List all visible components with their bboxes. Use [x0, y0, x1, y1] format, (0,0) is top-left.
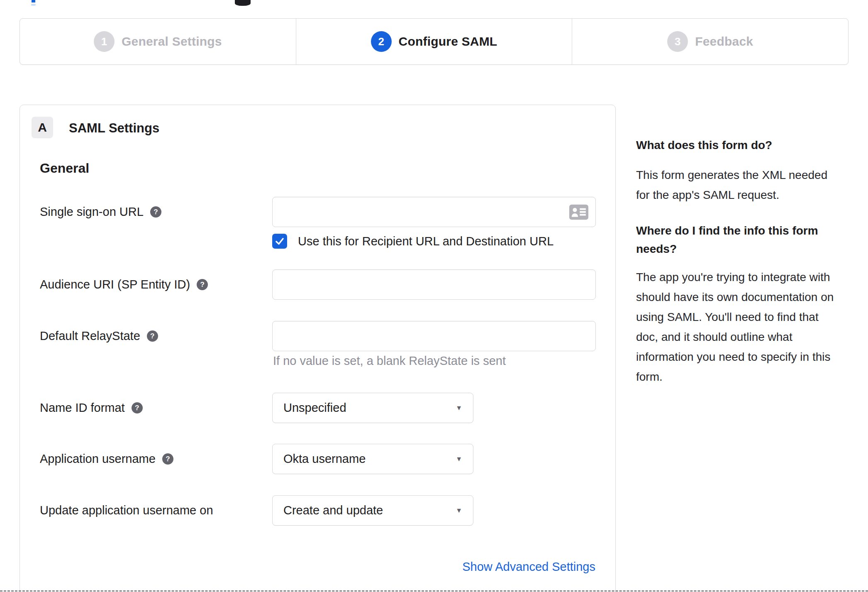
audience-uri-input-wrap [272, 269, 596, 300]
name-id-format-select[interactable]: Unspecified ▼ [272, 393, 473, 423]
sso-url-help-icon[interactable]: ? [150, 206, 161, 218]
step-1-label: General Settings [122, 34, 222, 49]
recipient-url-checkbox-label[interactable]: Use this for Recipient URL and Destinati… [298, 235, 553, 248]
saml-settings-panel: A SAML Settings General Single sign-on U… [20, 105, 616, 592]
update-username-label-row: Update application username on [40, 495, 213, 526]
application-username-select[interactable]: Okta username ▼ [272, 444, 473, 474]
update-username-label: Update application username on [40, 504, 213, 517]
step-general-settings[interactable]: 1 General Settings [20, 19, 296, 64]
recipient-url-checkbox-row: Use this for Recipient URL and Destinati… [272, 233, 553, 249]
wizard-stepper: 1 General Settings 2 Configure SAML 3 Fe… [20, 18, 848, 65]
help-question-1-title: What does this form do? [636, 137, 848, 154]
help-panel: What does this form do? This form genera… [636, 137, 848, 387]
help-question-2-title: Where do I find the info this form needs… [636, 222, 848, 258]
application-username-help-icon[interactable]: ? [162, 453, 173, 465]
checkmark-icon [275, 236, 285, 246]
application-username-value: Okta username [283, 452, 451, 466]
configure-saml-page: { "colors": { "accent_blue": "#1662dd", … [0, 0, 868, 592]
section-title: SAML Settings [69, 121, 159, 136]
sso-url-input[interactable] [272, 197, 596, 227]
sso-url-label: Single sign-on URL [40, 205, 144, 219]
sso-url-input-wrap [272, 197, 596, 227]
sso-url-label-row: Single sign-on URL ? [40, 197, 161, 227]
recipient-url-checkbox[interactable] [272, 234, 287, 249]
general-group-heading: General [40, 161, 89, 176]
step-2-label: Configure SAML [399, 34, 497, 49]
audience-uri-help-icon[interactable]: ? [197, 279, 208, 290]
update-username-select[interactable]: Create and update ▼ [272, 495, 473, 526]
name-id-format-value: Unspecified [283, 401, 451, 415]
step-3-number-badge: 3 [667, 31, 688, 52]
section-a-badge: A [32, 117, 53, 138]
name-id-format-label-row: Name ID format ? [40, 393, 143, 423]
relay-state-label-row: Default RelayState ? [40, 321, 158, 351]
help-question-1-body: This form generates the XML needed for t… [636, 165, 848, 205]
name-id-format-label: Name ID format [40, 401, 125, 415]
clipped-dashed-divider [0, 590, 868, 592]
show-advanced-settings-link[interactable]: Show Advanced Settings [346, 560, 595, 574]
update-username-value: Create and update [283, 504, 451, 517]
application-username-label: Application username [40, 452, 156, 466]
name-id-format-help-icon[interactable]: ? [132, 402, 143, 413]
clipped-blue-faint-artifact [31, 4, 36, 6]
step-1-number-badge: 1 [94, 31, 115, 52]
application-username-label-row: Application username ? [40, 444, 173, 474]
relay-state-hint: If no value is set, a blank RelayState i… [273, 354, 506, 368]
audience-uri-label: Audience URI (SP Entity ID) [40, 278, 190, 291]
clipped-blue-tab-artifact [32, 0, 35, 2]
audience-uri-input[interactable] [272, 269, 596, 300]
step-3-label: Feedback [695, 34, 753, 49]
help-question-2-body: The app you're trying to integrate with … [636, 267, 848, 387]
dropdown-arrow-icon: ▼ [456, 455, 462, 463]
relay-state-label: Default RelayState [40, 329, 140, 343]
contact-card-icon[interactable] [569, 204, 588, 220]
clipped-black-icon-artifact [235, 0, 251, 6]
relay-state-input-wrap [272, 321, 596, 351]
step-2-number-badge: 2 [371, 31, 392, 52]
dropdown-arrow-icon: ▼ [456, 404, 462, 412]
relay-state-input[interactable] [272, 321, 596, 351]
dropdown-arrow-icon: ▼ [456, 507, 462, 514]
step-configure-saml[interactable]: 2 Configure SAML [296, 19, 572, 64]
relay-state-help-icon[interactable]: ? [147, 330, 158, 342]
step-feedback[interactable]: 3 Feedback [572, 19, 848, 64]
audience-uri-label-row: Audience URI (SP Entity ID) ? [40, 269, 208, 300]
